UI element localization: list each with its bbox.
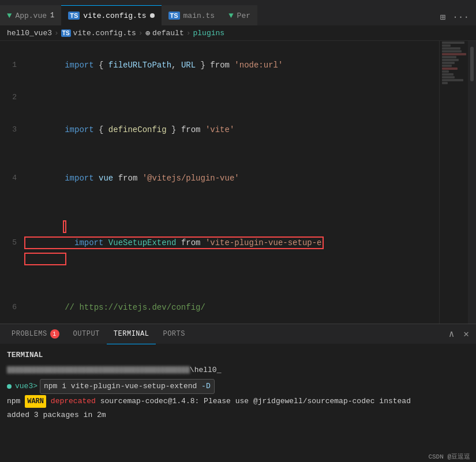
code-line-2: 2	[0, 89, 439, 106]
minimap	[439, 41, 468, 324]
warn-row: npm WARN deprecated sourcemap-codec@1.4.…	[7, 395, 469, 408]
editor-area: 1 import { fileURLToPath, URL } from 'no…	[0, 41, 476, 324]
panel-actions: ∧ ✕	[447, 327, 471, 341]
ref-icon: ⊕	[145, 28, 150, 38]
ts-icon: TS	[61, 29, 71, 37]
split-editor-button[interactable]: ⊞	[438, 9, 448, 25]
tab-bar: ▼ App.vue 1 TS vite.config.ts TS main.ts…	[0, 0, 476, 26]
npm-command-box: npm i vite-plugin-vue-setup-extend -D	[40, 379, 215, 394]
breadcrumb-project: hell0_vue3	[7, 29, 52, 37]
breadcrumb: hell0_vue3 › TS vite.config.ts › ⊕ defau…	[0, 26, 476, 41]
breadcrumb-symbol2: plugins	[193, 29, 225, 37]
terminal-content: TERMINAL ███████████████████████████████…	[0, 344, 476, 462]
panel: PROBLEMS 1 OUTPUT TERMINAL PORTS ∧ ✕ TER…	[0, 324, 476, 462]
terminal-path-row: ████████████████████████████████████████…	[7, 364, 469, 377]
tab-terminal[interactable]: TERMINAL	[107, 324, 156, 344]
breadcrumb-filename: vite.config.ts	[73, 29, 136, 37]
tab-label: main.ts	[183, 12, 215, 20]
ts-icon: TS	[68, 12, 80, 20]
tab-label: vite.config.ts	[83, 12, 146, 20]
more-actions-button[interactable]: ···	[450, 10, 471, 25]
status-text: CSDN @豆逗逗	[428, 453, 470, 460]
scrollbar-thumb[interactable]	[470, 47, 474, 81]
tab-vite-config[interactable]: TS vite.config.ts	[61, 5, 161, 25]
unsaved-dot	[150, 13, 155, 18]
vue-icon: ▼	[7, 11, 12, 20]
tab-problems[interactable]: PROBLEMS 1	[5, 324, 66, 344]
close-panel-button[interactable]: ✕	[461, 327, 471, 341]
tab-actions: ⊞ ···	[438, 9, 476, 25]
code-line-5: 5 import VueSetupExtend from 'vite-plugi…	[0, 202, 439, 283]
panel-tabs: PROBLEMS 1 OUTPUT TERMINAL PORTS ∧ ✕	[0, 324, 476, 344]
tab-label: App.vue	[15, 12, 47, 20]
tab-main-ts[interactable]: TS main.ts	[162, 5, 222, 25]
vue-icon: ▼	[228, 11, 233, 20]
status-bar: CSDN @豆逗逗	[422, 451, 476, 462]
tab-per[interactable]: ▼ Per	[222, 5, 257, 25]
tab-ports-label: PORTS	[163, 330, 185, 338]
code-line-1: 1 import { fileURLToPath, URL } from 'no…	[0, 41, 439, 89]
ts-icon: TS	[168, 12, 180, 20]
code-content: 1 import { fileURLToPath, URL } from 'no…	[0, 41, 476, 324]
tab-terminal-label: TERMINAL	[114, 330, 149, 338]
problems-badge: 1	[50, 329, 59, 339]
code-line-4: 4 import vue from '@vitejs/plugin-vue'	[0, 154, 439, 202]
breadcrumb-symbol1: default	[152, 29, 184, 37]
npm-command-row: vue3> npm i vite-plugin-vue-setup-extend…	[7, 379, 469, 394]
tab-app-vue[interactable]: ▼ App.vue 1	[0, 5, 61, 25]
collapse-panel-button[interactable]: ∧	[447, 327, 457, 341]
added-packages-row: added 3 packages in 2m	[7, 409, 469, 422]
tab-output-label: OUTPUT	[73, 330, 100, 338]
bullet-dot	[7, 384, 12, 389]
tab-label: Per	[237, 12, 250, 20]
terminal-section-label: TERMINAL	[7, 349, 469, 362]
tab-ports[interactable]: PORTS	[156, 324, 192, 344]
code-line-3: 3 import { defineConfig } from 'vite'	[0, 106, 439, 154]
tab-problems-label: PROBLEMS	[12, 330, 47, 338]
code-line-6: 6 // https://vitejs.dev/config/	[0, 283, 439, 324]
warn-badge: WARN	[25, 395, 46, 408]
tab-badge: 1	[50, 12, 54, 20]
scrollbar[interactable]	[468, 41, 476, 324]
tab-output[interactable]: OUTPUT	[66, 324, 107, 344]
